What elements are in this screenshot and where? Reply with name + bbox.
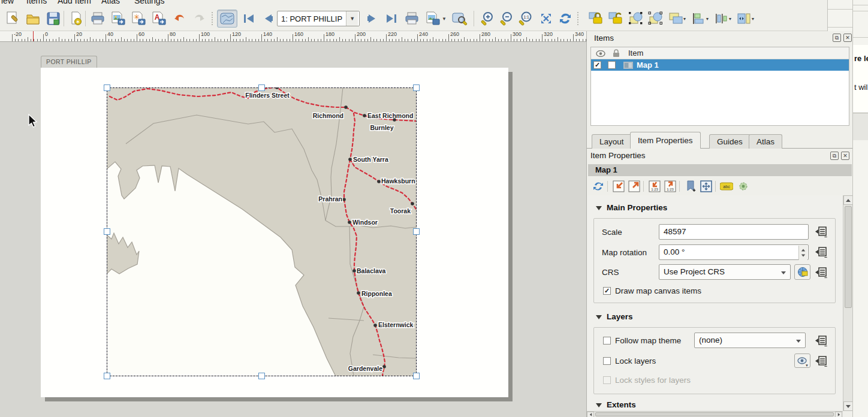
- scrollbar-thumb[interactable]: [845, 206, 852, 308]
- refresh-view-button[interactable]: [556, 10, 574, 28]
- handle-bottom-left[interactable]: [104, 373, 110, 379]
- locked-layers-visibility-button[interactable]: ▼: [794, 353, 810, 368]
- undo-button[interactable]: [170, 10, 188, 28]
- map-rotation-spinbox[interactable]: 0.00 °: [659, 244, 809, 260]
- bookmarks-button[interactable]: [683, 179, 698, 194]
- export-image-button[interactable]: [109, 10, 127, 28]
- raise-items-button[interactable]: ▼: [667, 10, 688, 28]
- properties-vertical-scrollbar[interactable]: [843, 195, 852, 411]
- handle-top-middle[interactable]: [258, 84, 265, 91]
- save-project-button[interactable]: [44, 10, 62, 28]
- scale-data-defined-button[interactable]: [814, 225, 828, 237]
- clipping-settings-button[interactable]: [736, 179, 751, 194]
- refresh-map-preview-button[interactable]: [590, 179, 606, 194]
- items-tree[interactable]: Item Map 1: [590, 47, 849, 126]
- zoom-out-button[interactable]: [498, 10, 516, 28]
- atlas-first-button[interactable]: [240, 10, 258, 28]
- atlas-preview-toggle[interactable]: [217, 10, 237, 28]
- new-item-button[interactable]: ✶: [67, 10, 85, 28]
- map-theme-combo[interactable]: (none): [694, 333, 806, 348]
- deselect-all-button[interactable]: [647, 10, 665, 28]
- layout-properties-button[interactable]: [4, 10, 22, 28]
- export-atlas-button[interactable]: ▼: [423, 10, 448, 28]
- resize-items-button[interactable]: ▼: [735, 10, 757, 28]
- layers-heading[interactable]: Layers: [607, 312, 633, 321]
- label-settings-button[interactable]: abc: [719, 179, 734, 194]
- lock-layers-checkbox[interactable]: [603, 357, 611, 365]
- tab-guides[interactable]: Guides: [709, 134, 751, 149]
- scale-input[interactable]: 48597: [659, 224, 809, 240]
- items-panel-close-button[interactable]: ✕: [843, 34, 852, 42]
- atlas-settings-button[interactable]: [451, 10, 469, 28]
- atlas-feature-combo-arrow[interactable]: ▼: [346, 11, 358, 26]
- open-layout-button[interactable]: [24, 10, 42, 28]
- zoom-full-button[interactable]: [537, 10, 555, 28]
- follow-map-theme-checkbox[interactable]: [603, 337, 611, 345]
- view-scale-in-canvas-button[interactable]: 1:23: [662, 179, 678, 194]
- crs-data-defined-button[interactable]: [814, 266, 828, 278]
- tab-item-properties[interactable]: Item Properties: [630, 132, 701, 149]
- menu-add-item[interactable]: Add Item: [58, 0, 91, 5]
- export-svg-button[interactable]: ✳: [129, 10, 147, 28]
- extents-heading[interactable]: Extents: [607, 400, 636, 409]
- unlock-items-button[interactable]: [607, 10, 625, 28]
- tab-layout[interactable]: Layout: [592, 134, 632, 149]
- view-extent-in-canvas-button[interactable]: [626, 179, 642, 194]
- menu-settings[interactable]: Settings: [134, 0, 165, 5]
- zoom-actual-button[interactable]: 1:1: [517, 10, 535, 28]
- menu-items[interactable]: Items: [26, 0, 47, 5]
- collapse-triangle-icon[interactable]: [596, 206, 602, 210]
- atlas-next-button[interactable]: [363, 10, 381, 28]
- collapse-triangle-icon[interactable]: [596, 403, 602, 407]
- item-visibility-checkbox[interactable]: [593, 61, 601, 69]
- layout-canvas[interactable]: PORT PHILLIP Flinders StreetRichmondEast…: [0, 42, 586, 417]
- item-properties-float-button[interactable]: ⧉: [830, 152, 839, 160]
- align-items-button[interactable]: ▼: [689, 10, 711, 28]
- lock-items-button[interactable]: [587, 10, 605, 28]
- atlas-previous-button[interactable]: [259, 10, 277, 28]
- item-properties-close-button[interactable]: ✕: [841, 152, 849, 160]
- atlas-feature-combo[interactable]: 1: PORT PHILLIP ▼: [277, 11, 360, 26]
- handle-bottom-right[interactable]: [413, 373, 420, 379]
- collapse-triangle-icon[interactable]: [596, 315, 602, 319]
- crs-combo[interactable]: Use Project CRS: [659, 264, 791, 280]
- handle-middle-right[interactable]: [413, 228, 420, 235]
- theme-data-defined-button[interactable]: [814, 334, 828, 346]
- atlas-last-button[interactable]: [382, 10, 400, 28]
- handle-bottom-middle[interactable]: [258, 373, 265, 379]
- handle-top-left[interactable]: [104, 84, 110, 91]
- items-row-map1[interactable]: Map 1: [591, 59, 849, 71]
- items-panel-float-button[interactable]: ⧉: [833, 34, 841, 42]
- scroll-up-button[interactable]: [843, 195, 853, 205]
- zoom-in-button[interactable]: [478, 10, 496, 28]
- spinbox-arrows[interactable]: [798, 246, 807, 260]
- print-atlas-button[interactable]: [403, 10, 421, 28]
- set-map-scale-button[interactable]: 1:23: [647, 179, 662, 194]
- item-lock-checkbox[interactable]: [608, 61, 616, 69]
- menu-view[interactable]: iew: [1, 0, 14, 5]
- scroll-right-button[interactable]: [835, 412, 842, 417]
- scrollbar-thumb[interactable]: [595, 412, 834, 416]
- map-item[interactable]: Flinders StreetRichmondEast RichmondBurn…: [107, 87, 417, 376]
- toolbar-grip[interactable]: [211, 11, 213, 26]
- draw-canvas-items-checkbox[interactable]: [603, 287, 611, 295]
- lock-layers-data-defined-button[interactable]: [814, 355, 828, 367]
- handle-middle-left[interactable]: [104, 228, 110, 235]
- menu-atlas[interactable]: Atlas: [101, 0, 120, 5]
- handle-top-right[interactable]: [413, 84, 420, 91]
- export-pdf-button[interactable]: A: [150, 10, 168, 28]
- distribute-items-button[interactable]: ▼: [712, 10, 734, 28]
- properties-horizontal-scrollbar[interactable]: [587, 411, 843, 417]
- crs-select-button[interactable]: [794, 264, 810, 280]
- interactive-extent-button[interactable]: [698, 179, 714, 194]
- select-all-button[interactable]: [627, 10, 645, 28]
- tab-atlas[interactable]: Atlas: [749, 134, 782, 149]
- toolbar-grip[interactable]: [577, 11, 579, 26]
- redo-button[interactable]: [191, 10, 209, 28]
- scroll-left-button[interactable]: [587, 412, 594, 417]
- print-button[interactable]: [89, 10, 107, 28]
- set-map-extent-button[interactable]: [611, 179, 626, 194]
- main-properties-heading[interactable]: Main Properties: [607, 203, 667, 212]
- scroll-down-button[interactable]: [843, 401, 853, 411]
- rotation-data-defined-button[interactable]: [814, 246, 828, 258]
